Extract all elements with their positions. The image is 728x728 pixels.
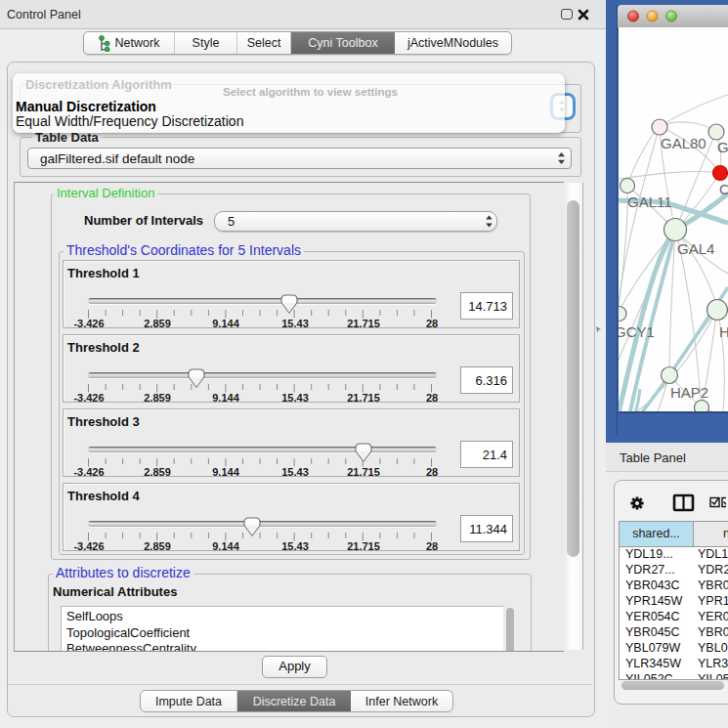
svg-text:GCY1: GCY1 [619,323,655,340]
svg-text:C: C [719,181,728,197]
svg-text:HAP2: HAP2 [670,384,708,401]
svg-text:GAL80: GAL80 [661,135,707,151]
svg-text:H: H [719,323,728,340]
svg-text:GA: GA [717,139,728,155]
svg-text:GAL11: GAL11 [627,193,672,210]
svg-text:GAL4: GAL4 [677,240,714,257]
